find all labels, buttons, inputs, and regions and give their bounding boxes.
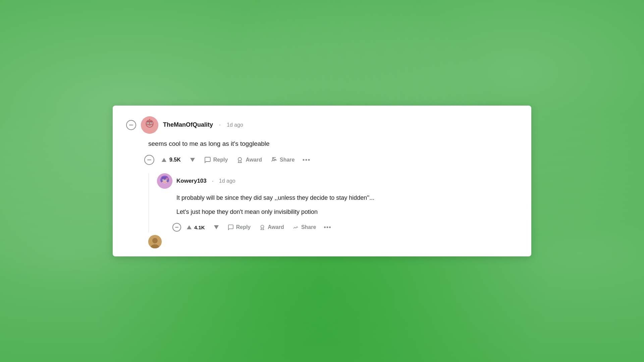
svg-point-30 <box>327 227 328 228</box>
reply-timestamp: 1d ago <box>219 178 235 184</box>
thread-line <box>148 173 149 232</box>
comment-thread: TheManOfQuality · 1d ago seems cool to m… <box>126 116 518 248</box>
more-options-button[interactable] <box>300 158 313 162</box>
upvote-button[interactable]: 9.5K <box>158 155 184 165</box>
comment-body: seems cool to me as long as it's togglea… <box>148 139 518 149</box>
separator: · <box>219 121 221 128</box>
more-icon <box>303 159 310 161</box>
reply-share-button[interactable]: Share <box>289 222 319 232</box>
reply-upvote-button[interactable]: 4.1K <box>183 223 208 232</box>
comment-username[interactable]: TheManOfQuality <box>163 121 213 128</box>
svg-point-26 <box>166 178 168 180</box>
reply-body: It probably will be since they did say ,… <box>176 193 518 217</box>
svg-point-13 <box>303 159 305 161</box>
reply-share-label: Share <box>301 224 316 230</box>
reply-separator: · <box>212 178 214 185</box>
reply-award-label: Award <box>268 224 284 230</box>
reply-body-line1: It probably will be since they did say ,… <box>176 193 518 203</box>
reply-award-button[interactable]: Award <box>256 222 287 232</box>
reply-username[interactable]: Kowery103 <box>176 178 207 184</box>
avatar <box>141 116 158 134</box>
svg-rect-8 <box>148 120 151 121</box>
collapse-small-icon <box>147 158 152 162</box>
award-label: Award <box>246 157 262 163</box>
svg-point-6 <box>151 122 152 123</box>
comment-card: TheManOfQuality · 1d ago seems cool to m… <box>113 106 531 256</box>
next-reply-hint <box>148 235 518 248</box>
award-button[interactable]: Award <box>233 155 265 165</box>
reply-vote-collapse-button[interactable] <box>172 223 181 232</box>
comment-timestamp: 1d ago <box>227 122 243 128</box>
collapse-icon <box>129 123 133 127</box>
reply-share-icon <box>293 224 299 230</box>
reply-collapse-icon <box>175 225 179 229</box>
svg-point-31 <box>329 227 331 228</box>
share-button[interactable]: Share <box>267 155 298 165</box>
reply-reply-label: Reply <box>236 224 251 230</box>
reply-body-line2: Let's just hope they don't mean only inv… <box>176 207 518 217</box>
share-icon <box>271 157 277 163</box>
reply-more-options-button[interactable] <box>321 225 333 230</box>
reply-reply-button[interactable]: Reply <box>224 222 254 232</box>
svg-point-23 <box>163 180 164 180</box>
downvote-button[interactable] <box>186 155 199 165</box>
reply-container: Kowery103 · 1d ago It probably will be s… <box>148 173 518 232</box>
upvote-icon <box>161 157 167 163</box>
reply-avatar <box>157 173 172 189</box>
svg-point-12 <box>238 158 241 161</box>
reply-downvote-icon <box>214 225 219 230</box>
reply-award-icon <box>259 224 265 230</box>
svg-point-33 <box>152 238 158 243</box>
award-icon <box>236 157 243 163</box>
svg-point-28 <box>261 225 264 228</box>
reply-bubble-icon2 <box>228 224 234 230</box>
share-label: Share <box>280 157 294 163</box>
comment-action-bar: 9.5K Reply Award <box>144 155 518 165</box>
downvote-icon <box>190 157 196 163</box>
svg-rect-0 <box>129 125 133 125</box>
reply-upvote-icon <box>186 225 192 230</box>
next-avatar <box>148 235 162 248</box>
svg-point-14 <box>306 159 307 161</box>
reply-downvote-button[interactable] <box>210 223 222 232</box>
reply-bubble-icon <box>204 157 211 163</box>
collapse-button[interactable] <box>126 120 136 130</box>
vote-collapse-button[interactable] <box>144 155 154 165</box>
reply-action-bar: 4.1K Reply <box>172 222 518 232</box>
svg-rect-27 <box>175 227 178 228</box>
svg-point-10 <box>149 118 150 119</box>
reply-vote-count: 4.1K <box>194 225 205 230</box>
vote-count: 9.5K <box>169 157 181 163</box>
reply-more-icon <box>324 226 331 228</box>
svg-point-29 <box>324 227 326 228</box>
reply-button[interactable]: Reply <box>201 155 231 165</box>
comment-header: TheManOfQuality · 1d ago <box>126 116 518 134</box>
svg-rect-11 <box>147 160 151 160</box>
reply-label: Reply <box>213 157 228 163</box>
reply-content: Kowery103 · 1d ago It probably will be s… <box>157 173 518 232</box>
svg-point-5 <box>148 122 149 123</box>
svg-point-15 <box>308 159 310 161</box>
reply-header: Kowery103 · 1d ago <box>157 173 518 189</box>
svg-point-24 <box>166 180 166 180</box>
